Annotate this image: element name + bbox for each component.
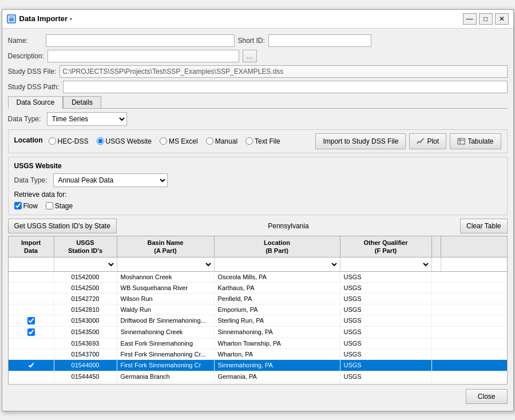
location-cell: Wharton, PA: [215, 349, 340, 359]
filter-location-select[interactable]: [216, 259, 339, 270]
filter-basin-select[interactable]: [118, 259, 213, 270]
location-cell: Sterling Run, PA: [215, 315, 340, 326]
qualifier-cell: USGS: [340, 338, 432, 348]
svg-rect-0: [9, 16, 14, 22]
station-id-cell: 01543500: [54, 327, 117, 338]
main-window: Data Importer - — □ ✕ Name: Short ID: De…: [2, 9, 514, 411]
maximize-button[interactable]: □: [479, 13, 493, 25]
app-icon: [7, 14, 16, 23]
dss-file-row: Study DSS File:: [8, 65, 508, 78]
table-row[interactable]: 01544450Germania BranchGermania, PAUSGS: [9, 371, 507, 382]
filter-row: [9, 257, 507, 272]
datatype-select[interactable]: Time Series Frequency Series: [47, 112, 127, 126]
clear-table-button[interactable]: Clear Table: [460, 219, 507, 233]
basin-name-cell: Waldy Run: [117, 304, 215, 315]
retrieve-label: Retrieve data for:: [14, 191, 501, 199]
tab-datasource[interactable]: Data Source: [8, 96, 64, 109]
description-input[interactable]: [47, 50, 239, 62]
get-stations-button[interactable]: Get USGS Station ID's by State: [8, 219, 117, 233]
shortid-input[interactable]: [268, 34, 371, 47]
import-cell[interactable]: [9, 304, 54, 315]
usgs-box: USGS Website Data Type: Annual Peak Data…: [8, 157, 508, 215]
filter-qualifier-select[interactable]: [342, 259, 430, 270]
filter-location: [215, 257, 340, 271]
table-row[interactable]: 01544500Kettle CreekCross Fork, PAUSGS: [9, 382, 507, 383]
import-cell[interactable]: [9, 294, 54, 304]
window-title: Data Importer -: [19, 14, 459, 23]
import-button[interactable]: Import to Study DSS File: [315, 133, 406, 149]
svg-rect-2: [458, 138, 465, 144]
qualifier-cell: USGS: [340, 349, 432, 359]
basin-name-cell: First Fork Sinnemahoning Cr: [117, 360, 215, 371]
flow-checkbox[interactable]: [14, 202, 22, 209]
tabulate-button[interactable]: Tabulate: [450, 133, 501, 149]
filter-stationid-select[interactable]: [56, 259, 116, 270]
filter-import: [9, 257, 54, 271]
table-row[interactable]: 01543500Sinnemahoning CreekSinnemahoning…: [9, 327, 507, 338]
radio-manual[interactable]: Manual: [206, 137, 237, 145]
dss-file-input[interactable]: [60, 65, 507, 78]
filter-stationid: [54, 257, 117, 271]
table-row[interactable]: 01543000Driftwood Br Sinnemahoning...Ste…: [9, 315, 507, 327]
table-body[interactable]: 01542000Moshannon CreekOsceola Mills, PA…: [9, 272, 507, 383]
table-header: ImportData USGSStation ID's Basin Name(A…: [9, 236, 507, 258]
filter-basin: [117, 257, 215, 271]
location-cell: Sinnemahoning, PA: [215, 360, 340, 371]
radio-msexcel[interactable]: MS Excel: [160, 137, 198, 145]
qualifier-cell: USGS: [340, 294, 432, 304]
usgs-datatype-select[interactable]: Annual Peak Data: [53, 173, 168, 187]
table-row[interactable]: 01544000First Fork Sinnemahoning CrSinne…: [9, 360, 507, 371]
qualifier-cell: USGS: [340, 272, 432, 282]
qualifier-cell: USGS: [340, 360, 432, 371]
basin-name-cell: WB Susquehanna River: [117, 283, 215, 293]
datatype-row: Data Type: Time Series Frequency Series: [8, 112, 508, 126]
import-cell[interactable]: [9, 360, 54, 371]
import-cell[interactable]: [9, 338, 54, 348]
table-row[interactable]: 01543700First Fork Sinnemahoning Cr...Wh…: [9, 349, 507, 360]
station-id-cell: 01542720: [54, 294, 117, 304]
th-location: Location(B Part): [215, 236, 340, 257]
close-button[interactable]: Close: [466, 389, 508, 404]
qualifier-cell: USGS: [340, 371, 432, 382]
dss-path-input[interactable]: [63, 81, 508, 93]
qualifier-cell: USGS: [340, 283, 432, 293]
station-id-cell: 01544000: [54, 360, 117, 371]
import-cell[interactable]: [9, 327, 54, 338]
minimize-button[interactable]: —: [463, 13, 477, 25]
plot-button[interactable]: Plot: [409, 133, 446, 149]
stage-checkbox-label[interactable]: Stage: [46, 202, 73, 210]
import-cell[interactable]: [9, 315, 54, 326]
import-checkbox[interactable]: [27, 362, 35, 369]
import-cell[interactable]: [9, 382, 54, 383]
table-row[interactable]: 01543693East Fork SinnemahoningWharton T…: [9, 338, 507, 349]
table-row[interactable]: 01542000Moshannon CreekOsceola Mills, PA…: [9, 272, 507, 283]
table-row[interactable]: 01542720Wilson RunPenfield, PAUSGS: [9, 294, 507, 304]
name-input[interactable]: [46, 34, 235, 47]
import-cell[interactable]: [9, 349, 54, 359]
import-cell[interactable]: [9, 272, 54, 282]
table-row[interactable]: 01542500WB Susquehanna RiverKarthaus, PA…: [9, 283, 507, 294]
flow-checkbox-label[interactable]: Flow: [14, 202, 38, 210]
tab-details[interactable]: Details: [63, 96, 101, 108]
location-radio-group: HEC-DSS USGS Website MS Excel Manual: [49, 137, 280, 145]
location-group: Location HEC-DSS USGS Website MS Excel: [8, 129, 508, 153]
usgs-datatype-label: Data Type:: [14, 176, 49, 184]
radio-textfile[interactable]: Text File: [245, 137, 280, 145]
close-window-button[interactable]: ✕: [495, 13, 509, 25]
import-checkbox[interactable]: [27, 317, 35, 324]
th-basin: Basin Name(A Part): [117, 236, 215, 257]
description-row: Description: …: [8, 50, 508, 62]
table-row[interactable]: 01542810Waldy RunEmporium, PAUSGS: [9, 304, 507, 315]
desc-browse-button[interactable]: …: [243, 50, 257, 62]
shortid-label: Short ID:: [238, 37, 265, 45]
radio-usgs[interactable]: USGS Website: [97, 137, 152, 145]
tabulate-icon: [457, 138, 465, 145]
qualifier-cell: USGS: [340, 327, 432, 338]
radio-hecdss[interactable]: HEC-DSS: [49, 137, 89, 145]
stage-checkbox[interactable]: [46, 202, 53, 209]
dss-file-label: Study DSS File:: [8, 68, 57, 76]
import-cell[interactable]: [9, 371, 54, 382]
import-checkbox[interactable]: [27, 328, 35, 336]
retrieve-checkboxes: Flow Stage: [14, 202, 501, 210]
import-cell[interactable]: [9, 283, 54, 293]
